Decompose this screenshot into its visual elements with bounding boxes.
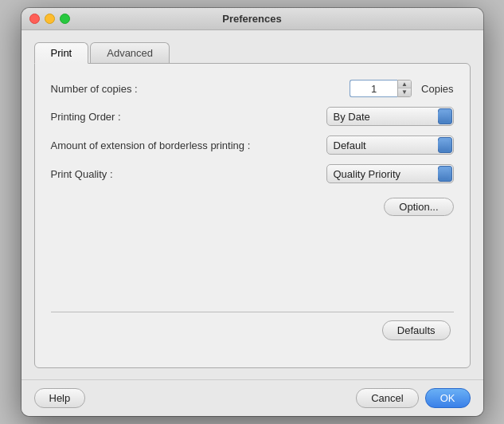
copies-stepper: ▲ ▼ [397, 80, 412, 97]
borderless-wrapper: Default Minimum Maximum [326, 135, 454, 155]
copies-label: Number of copies : [51, 83, 138, 95]
cancel-button[interactable]: Cancel [356, 388, 418, 408]
tab-print[interactable]: Print [34, 42, 89, 64]
defaults-button[interactable]: Defaults [382, 320, 451, 340]
copies-input-group: ▲ ▼ [350, 80, 412, 97]
copies-input[interactable] [350, 80, 397, 97]
close-button[interactable] [29, 14, 40, 24]
spacer [51, 216, 454, 312]
help-button[interactable]: Help [34, 388, 86, 408]
ok-button[interactable]: OK [425, 388, 471, 408]
copies-increment[interactable]: ▲ [398, 80, 411, 88]
printing-order-control: By Date By Name By Size [326, 107, 454, 126]
quality-select[interactable]: Quality Priority Speed Priority Custom [326, 164, 454, 183]
preferences-window: Preferences Print Advanced Number of cop… [21, 8, 483, 416]
borderless-label: Amount of extension of borderless printi… [51, 139, 251, 151]
borderless-select[interactable]: Default Minimum Maximum [326, 135, 454, 155]
printing-order-select[interactable]: By Date By Name By Size [326, 107, 454, 126]
option-button[interactable]: Option... [384, 198, 453, 216]
titlebar: Preferences [21, 8, 483, 30]
maximize-button[interactable] [60, 14, 70, 24]
quality-row: Print Quality : Quality Priority Speed P… [51, 164, 454, 183]
borderless-control: Default Minimum Maximum [326, 135, 454, 155]
bottom-bar: Help Cancel OK [21, 379, 483, 416]
window-controls [29, 14, 70, 24]
tab-advanced[interactable]: Advanced [90, 42, 170, 64]
tab-panel-print: Number of copies : ▲ ▼ Copies Printing O… [34, 63, 471, 368]
copies-decrement[interactable]: ▼ [398, 88, 411, 96]
window-title: Preferences [222, 13, 281, 25]
copies-control: ▲ ▼ Copies [350, 80, 453, 97]
minimize-button[interactable] [45, 14, 55, 24]
copies-suffix: Copies [421, 83, 453, 95]
panel-divider [51, 312, 454, 312]
option-row: Option... [51, 193, 454, 216]
printing-order-row: Printing Order : By Date By Name By Size [51, 107, 454, 126]
printing-order-wrapper: By Date By Name By Size [326, 107, 454, 126]
bottom-right-buttons: Cancel OK [356, 388, 470, 408]
quality-label: Print Quality : [51, 168, 113, 180]
quality-wrapper: Quality Priority Speed Priority Custom [326, 164, 454, 183]
defaults-row: Defaults [51, 320, 454, 340]
quality-control: Quality Priority Speed Priority Custom [326, 164, 454, 183]
content-area: Print Advanced Number of copies : ▲ ▼ [21, 30, 483, 379]
tab-bar: Print Advanced [34, 41, 471, 63]
borderless-row: Amount of extension of borderless printi… [51, 135, 454, 155]
printing-order-label: Printing Order : [51, 111, 121, 123]
copies-row: Number of copies : ▲ ▼ Copies [51, 80, 454, 97]
